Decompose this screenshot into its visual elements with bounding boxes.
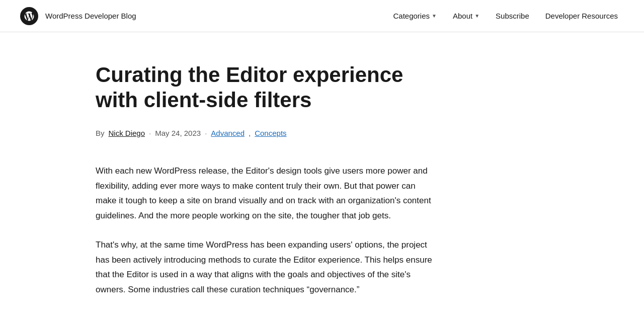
article-meta: By Nick Diego · May 24, 2023 · Advanced,…	[96, 127, 548, 139]
nav-link-categories[interactable]: Categories ▼	[387, 7, 442, 25]
category-comma: ,	[249, 127, 251, 139]
chevron-down-icon: ▼	[474, 12, 479, 20]
author-link[interactable]: Nick Diego	[109, 127, 145, 139]
article-date: May 24, 2023	[155, 127, 201, 139]
nav-link-subscribe[interactable]: Subscribe	[490, 7, 535, 25]
nav-label-developer-resources: Developer Resources	[545, 10, 618, 22]
article-header: Curating the Editor experience with clie…	[96, 62, 548, 139]
main-content: Curating the Editor experience with clie…	[75, 32, 569, 322]
meta-dot-1: ·	[149, 127, 151, 139]
chevron-down-icon: ▼	[432, 12, 437, 20]
nav-link-developer-resources[interactable]: Developer Resources	[539, 7, 624, 25]
nav-label-categories: Categories	[393, 10, 430, 22]
site-title[interactable]: WordPress Developer Blog	[45, 10, 136, 22]
wp-logo[interactable]	[20, 7, 38, 25]
nav-left: WordPress Developer Blog	[20, 7, 136, 25]
nav-right: Categories ▼ About ▼ Subscribe Developer…	[387, 7, 624, 25]
paragraph-1: With each new WordPress release, the Edi…	[96, 164, 438, 223]
nav-label-subscribe: Subscribe	[496, 10, 529, 22]
category-advanced[interactable]: Advanced	[211, 127, 245, 139]
paragraph-2: That's why, at the same time WordPress h…	[96, 237, 438, 297]
article-title: Curating the Editor experience with clie…	[96, 62, 448, 113]
by-label: By	[96, 127, 105, 139]
meta-dot-2: ·	[205, 127, 207, 139]
main-nav: WordPress Developer Blog Categories ▼ Ab…	[0, 0, 644, 32]
nav-label-about: About	[453, 10, 472, 22]
category-concepts[interactable]: Concepts	[255, 127, 286, 139]
article-body: With each new WordPress release, the Edi…	[96, 164, 438, 297]
nav-link-about[interactable]: About ▼	[447, 7, 486, 25]
